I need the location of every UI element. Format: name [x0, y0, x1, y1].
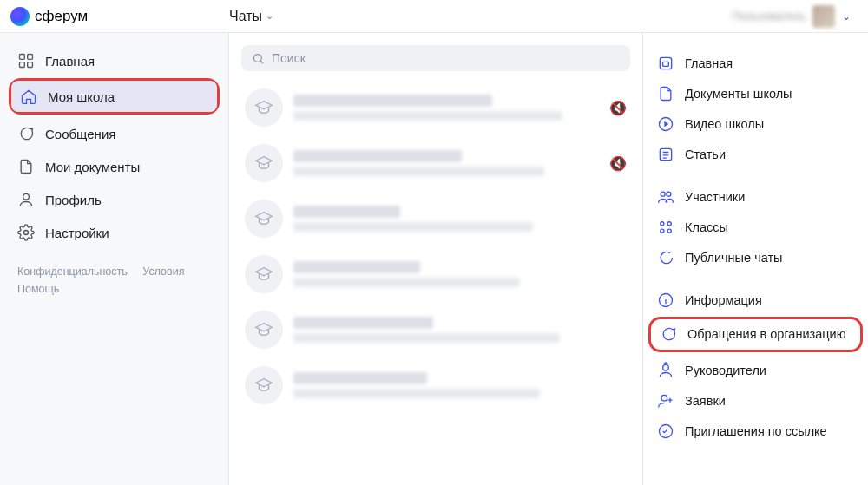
link-icon	[657, 423, 674, 440]
highlight-requests: Обращения в организацию	[648, 317, 863, 352]
members-icon	[657, 188, 674, 206]
logo-text: сферум	[35, 8, 88, 25]
right-item-video[interactable]: Видео школы	[648, 109, 863, 139]
right-item-label: Участники	[685, 190, 745, 204]
home-icon	[657, 55, 674, 72]
svg-point-12	[667, 192, 671, 196]
user-name: Пользователь	[733, 10, 806, 23]
sidebar-item-label: Главная	[45, 54, 95, 69]
svg-rect-2	[20, 62, 25, 68]
right-item-docs[interactable]: Документы школы	[648, 79, 863, 108]
chats-icon	[657, 249, 674, 266]
topbar: сферум Чаты ⌄ Пользователь ⌄	[0, 0, 868, 33]
svg-point-19	[661, 395, 667, 401]
right-item-managers[interactable]: Руководители	[648, 356, 863, 385]
sidebar-item-home[interactable]: Главная	[9, 45, 220, 76]
right-item-label: Руководители	[685, 364, 766, 377]
chat-list-pane: Поиск 🔇 🔇	[229, 33, 642, 485]
right-item-info[interactable]: Информация	[648, 285, 863, 315]
chevron-down-icon: ⌄	[266, 10, 273, 22]
svg-point-18	[663, 364, 669, 370]
chat-row[interactable]	[241, 191, 630, 246]
chat-row[interactable]	[241, 357, 630, 413]
graduation-icon	[245, 200, 283, 238]
right-item-classes[interactable]: Классы	[648, 213, 863, 242]
sidebar-item-label: Мои документы	[45, 160, 140, 174]
svg-point-6	[254, 54, 262, 62]
chat-icon	[660, 325, 677, 343]
right-item-invites[interactable]: Приглашения по ссылке	[648, 416, 863, 446]
right-item-label: Публичные чаты	[685, 251, 783, 265]
right-item-public-chats[interactable]: Публичные чаты	[648, 243, 863, 272]
search-placeholder: Поиск	[272, 51, 306, 65]
svg-point-16	[667, 229, 671, 233]
sidebar-item-settings[interactable]: Настройки	[9, 217, 220, 248]
sidebar-item-label: Моя школа	[48, 89, 115, 104]
highlight-my-school: Моя школа	[9, 78, 220, 115]
svg-rect-8	[663, 62, 669, 66]
graduation-icon	[245, 144, 283, 182]
svg-rect-1	[28, 55, 33, 60]
right-item-label: Обращения в организацию	[687, 327, 846, 341]
right-item-applications[interactable]: Заявки	[648, 386, 863, 416]
footer-links: Конфиденциальность Условия Помощь	[9, 265, 220, 295]
sidebar-item-profile[interactable]: Профиль	[9, 184, 220, 215]
manager-icon	[657, 362, 674, 379]
search-input[interactable]: Поиск	[241, 45, 630, 71]
school-icon	[20, 88, 37, 105]
svg-rect-0	[20, 55, 25, 60]
sidebar-item-documents[interactable]: Мои документы	[9, 151, 220, 182]
right-menu: Главная Документы школы Видео школы Стат…	[642, 33, 868, 485]
page-title: Чаты	[229, 9, 262, 24]
svg-point-11	[661, 192, 665, 196]
info-icon	[657, 292, 674, 309]
chat-row[interactable]: 🔇	[241, 80, 630, 135]
document-icon	[657, 85, 674, 102]
right-item-label: Видео школы	[685, 117, 764, 131]
grid-icon	[17, 52, 35, 69]
svg-rect-7	[660, 57, 671, 69]
chat-row[interactable]: 🔇	[241, 135, 630, 191]
sidebar-item-label: Профиль	[45, 193, 102, 207]
article-icon	[657, 146, 674, 163]
search-icon	[252, 52, 265, 65]
link-privacy[interactable]: Конфиденциальность	[17, 265, 128, 278]
chat-row[interactable]	[241, 246, 630, 302]
mute-icon: 🔇	[609, 100, 627, 116]
link-help[interactable]: Помощь	[17, 283, 59, 295]
svg-rect-3	[28, 62, 33, 68]
page-title-dropdown[interactable]: Чаты ⌄	[229, 9, 273, 24]
profile-icon	[17, 191, 35, 208]
right-item-home[interactable]: Главная	[648, 49, 863, 78]
right-item-org-requests[interactable]: Обращения в организацию	[651, 319, 860, 349]
sidebar-item-school[interactable]: Моя школа	[11, 81, 217, 112]
right-item-label: Документы школы	[685, 87, 792, 101]
gear-icon	[17, 224, 35, 241]
svg-point-5	[24, 231, 29, 235]
right-item-members[interactable]: Участники	[648, 182, 863, 212]
chat-icon	[17, 125, 35, 142]
right-item-label: Приглашения по ссылке	[685, 424, 827, 438]
play-icon	[657, 115, 674, 133]
user-plus-icon	[657, 392, 674, 410]
sidebar: Главная Моя школа Сообщения Мои документ…	[0, 33, 229, 485]
graduation-icon	[245, 255, 283, 293]
right-item-label: Информация	[685, 293, 762, 307]
document-icon	[17, 158, 35, 175]
sidebar-item-messages[interactable]: Сообщения	[9, 118, 220, 149]
graduation-icon	[245, 311, 283, 349]
sidebar-item-label: Настройки	[45, 226, 109, 240]
svg-point-14	[667, 222, 671, 226]
svg-point-13	[661, 222, 664, 226]
classes-icon	[657, 219, 674, 236]
chat-row[interactable]	[241, 302, 630, 357]
graduation-icon	[245, 88, 283, 127]
chevron-down-icon: ⌄	[842, 10, 851, 23]
link-terms[interactable]: Условия	[142, 265, 184, 278]
right-item-label: Классы	[685, 220, 728, 234]
logo[interactable]: сферум	[10, 7, 229, 26]
user-menu[interactable]: Пользователь ⌄	[733, 5, 851, 28]
right-item-articles[interactable]: Статьи	[648, 140, 863, 169]
right-item-label: Заявки	[685, 394, 726, 408]
svg-point-4	[23, 193, 30, 200]
